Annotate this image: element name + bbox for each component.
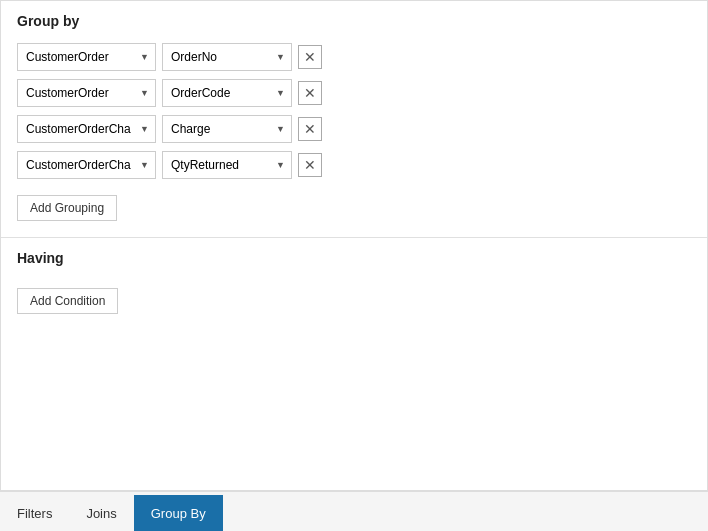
table-dropdown-wrapper-1: CustomerOrder CustomerOrderCha <box>17 43 156 71</box>
tab-filters[interactable]: Filters <box>0 495 69 531</box>
field-dropdown-wrapper-4: QtyReturned OrderNo OrderCode Charge <box>162 151 292 179</box>
field-select-3[interactable]: Charge OrderNo OrderCode QtyReturned <box>162 115 292 143</box>
table-select-1[interactable]: CustomerOrder CustomerOrderCha <box>17 43 156 71</box>
add-condition-button[interactable]: Add Condition <box>17 288 118 314</box>
field-select-1[interactable]: OrderNo OrderCode Charge QtyReturned <box>162 43 292 71</box>
remove-row-4-button[interactable]: ✕ <box>298 153 322 177</box>
field-dropdown-wrapper-1: OrderNo OrderCode Charge QtyReturned <box>162 43 292 71</box>
table-select-3[interactable]: CustomerOrderCha CustomerOrder <box>17 115 156 143</box>
main-content: Group by CustomerOrder CustomerOrderCha … <box>0 0 708 491</box>
grouping-row-2: CustomerOrder CustomerOrderCha OrderCode… <box>17 79 691 107</box>
add-grouping-button[interactable]: Add Grouping <box>17 195 117 221</box>
table-dropdown-wrapper-4: CustomerOrderCha CustomerOrder <box>17 151 156 179</box>
tab-bar: Filters Joins Group By <box>0 491 708 531</box>
tab-groupby[interactable]: Group By <box>134 495 223 531</box>
table-select-4[interactable]: CustomerOrderCha CustomerOrder <box>17 151 156 179</box>
grouping-row-3: CustomerOrderCha CustomerOrder Charge Or… <box>17 115 691 143</box>
having-section-title: Having <box>17 250 691 266</box>
field-select-4[interactable]: QtyReturned OrderNo OrderCode Charge <box>162 151 292 179</box>
tab-joins[interactable]: Joins <box>69 495 133 531</box>
groupby-section-title: Group by <box>17 13 691 29</box>
table-dropdown-wrapper-2: CustomerOrder CustomerOrderCha <box>17 79 156 107</box>
groupby-section: Group by CustomerOrder CustomerOrderCha … <box>1 1 707 238</box>
grouping-row-4: CustomerOrderCha CustomerOrder QtyReturn… <box>17 151 691 179</box>
remove-row-1-button[interactable]: ✕ <box>298 45 322 69</box>
table-dropdown-wrapper-3: CustomerOrderCha CustomerOrder <box>17 115 156 143</box>
remove-row-2-button[interactable]: ✕ <box>298 81 322 105</box>
grouping-row-1: CustomerOrder CustomerOrderCha OrderNo O… <box>17 43 691 71</box>
remove-row-3-button[interactable]: ✕ <box>298 117 322 141</box>
field-dropdown-wrapper-2: OrderCode OrderNo Charge QtyReturned <box>162 79 292 107</box>
field-select-2[interactable]: OrderCode OrderNo Charge QtyReturned <box>162 79 292 107</box>
table-select-2[interactable]: CustomerOrder CustomerOrderCha <box>17 79 156 107</box>
field-dropdown-wrapper-3: Charge OrderNo OrderCode QtyReturned <box>162 115 292 143</box>
having-section: Having Add Condition <box>1 238 707 334</box>
